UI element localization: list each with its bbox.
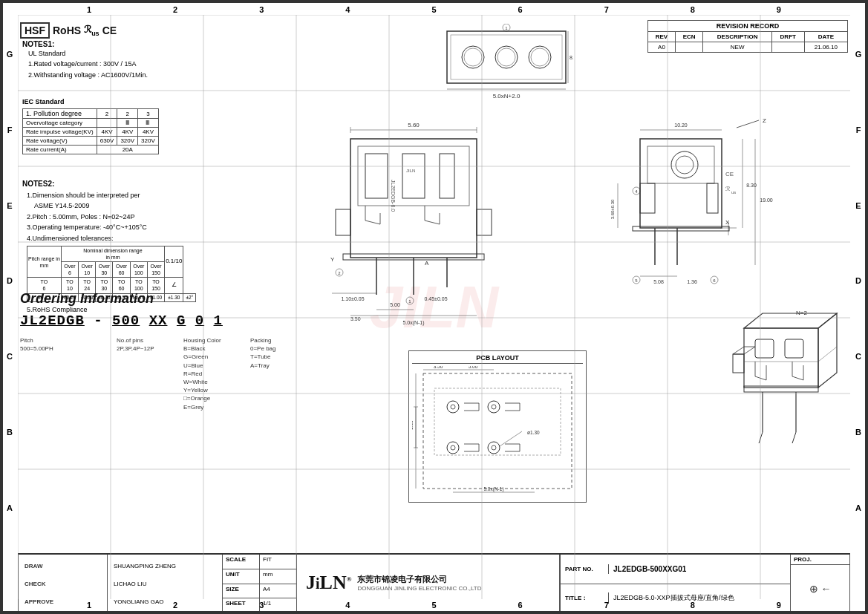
size-value: A4 [260,584,273,598]
notes1-title: NOTES1: [22,40,275,48]
rev-header-drft: DRFT [771,32,804,42]
svg-text:us: us [731,190,736,195]
rev-row1-ecn [675,42,703,53]
svg-text:ø1.30: ø1.30 [527,430,540,435]
front-view-drawing: 5.60 1.10±0.05 1 5.00 0.45±0.05 A 3.50 5… [328,117,499,332]
svg-rect-32 [358,146,469,206]
svg-point-110 [447,401,459,413]
pcb-layout-section: PCB LAYOUT [408,350,587,503]
col-label-5: 5 [391,5,477,14]
ordering-title: Ordering Information [20,291,332,307]
svg-point-115 [451,445,455,450]
svg-point-114 [447,442,459,454]
ordering-code-jl2edgb: JL2EDGB [20,313,85,329]
partno-value: JL2EDGB-500XXG01 [609,564,691,575]
notes1-line2: 2.Withstanding voltage : AC1600V/1Min. [28,70,275,80]
svg-rect-34 [402,154,425,198]
svg-point-19 [462,46,484,68]
svg-text:A: A [425,260,429,267]
company-name-en: DONGGUAN JINLING ELECTRONIC CO.,LTD [357,585,481,592]
notes2-line5: 4.Undimensioned tolerances: [27,233,282,244]
col-label-2: 2 [132,5,218,14]
notes1-line1: 1.Rated voltage/current : 300V / 15A [28,59,275,69]
notes2-line4: 3.Operating temperature: -40°C~+105°C [27,222,282,232]
title-partno-section: PART NO. JL2EDGB-500XXG01 TITLE： JL2EDGB… [560,555,790,613]
title-block: DRAW CHECK APPROVE SHUANGPING ZHENG LICH… [18,553,850,613]
svg-text:5: 5 [635,278,638,283]
svg-rect-40 [336,209,350,235]
approve-name: YONGLIANG GAO [114,598,216,605]
svg-rect-35 [440,154,454,198]
proj-label: PROJ. [791,555,849,565]
ordering-code-0: 0 [195,313,204,329]
svg-rect-67 [707,183,718,213]
ordering-code-display: JL2EDGB - 500 XX G 0 1 [20,313,332,329]
iec-header-2: 2 [97,109,117,119]
svg-point-117 [492,445,496,450]
svg-text:JL2EDGB-6.0: JL2EDGB-6.0 [391,180,396,212]
iec-row2-label: Rate impulse voltage(KV) [23,128,97,137]
iec-row2-v1: 4KV [97,128,117,137]
iec-row3-v2: 320V [117,137,138,146]
svg-text:5.00: 5.00 [469,366,478,369]
side-view-drawing: Z ℛ us CE 4 X 10.20 8.30 [610,117,774,332]
svg-line-102 [759,432,763,443]
row-label-right-B: B [855,428,861,437]
title-draw-section: DRAW CHECK APPROVE [19,555,108,613]
pcb-layout-title: PCB LAYOUT [412,354,583,364]
iec-row3-v1: 630V [97,137,117,146]
svg-text:5.00: 5.00 [390,302,400,307]
svg-text:1.36: 1.36 [412,420,414,430]
sheet-value: 1/1 [260,598,274,613]
svg-rect-100 [744,386,818,392]
top-view-drawing: 5.0xN+2.0 1 8.40 [440,24,573,105]
svg-rect-109 [434,388,561,455]
ordering-labels-row: Pitch500=5.00PH No.of pins2P,3P,4P~12P H… [20,336,332,411]
svg-text:1.36: 1.36 [687,279,697,284]
iec-row1-v1 [97,119,117,128]
svg-text:8.40: 8.40 [570,55,573,60]
title-sheet-row: SHEET 1/1 [223,598,296,613]
iec-row2-v3: 4KV [138,128,159,137]
draw-name: SHUANGPING ZHENG [114,563,216,569]
svg-point-112 [488,401,500,413]
row-label-G: G [7,50,13,59]
svg-text:JILN: JILN [406,169,415,173]
approve-label: APPROVE [25,598,101,605]
notes2-line1: 1.Dimension should be interpreted per [27,190,282,200]
rev-row1-date: 21.06.10 [804,42,847,53]
ordering-code-xx: XX [149,313,168,329]
iec-header-4: 3 [138,109,159,119]
row-label-C: C [7,352,13,361]
notes2-line2: ASME Y14.5-2009 [34,200,282,211]
iec-header-3: 2 [117,109,138,119]
svg-text:Y: Y [330,256,335,263]
ce-logo: CE [102,25,117,36]
company-name-cn: 东莞市锦凌电子有限公司 [357,574,481,585]
col-label-3: 3 [218,5,304,14]
svg-point-111 [451,405,455,409]
rev-header-desc: DESCRIPTION [703,32,771,42]
svg-text:3.50: 3.50 [350,316,361,321]
svg-rect-98 [755,339,774,358]
svg-rect-72 [633,226,729,231]
draw-label: DRAW [25,563,101,569]
title-value: JL2EDGB-5.0-XXP插拔式母座/直角/绿色 [609,592,739,604]
svg-text:5.60: 5.60 [408,122,420,128]
svg-rect-17 [447,31,566,83]
iec-row1-v3: Ⅲ [138,119,159,128]
notes2-title: NOTES2: [22,180,282,188]
svg-text:5.0x(N-1): 5.0x(N-1) [483,486,503,492]
ordering-label-packing: Packing0=Pe bagT=TubeA=Tray [250,336,302,411]
unit-value: mm [260,569,275,584]
notes1-ul: UL Standard 1.Rated voltage/current : 30… [28,48,275,80]
revision-block: REVISION RECORD REV ECN DESCRIPTION DRFT… [647,20,848,53]
svg-text:3.60±0.30: 3.60±0.30 [610,199,615,219]
svg-rect-108 [423,373,572,489]
col-label-1: 1 [46,5,132,14]
row-label-F: F [7,125,13,134]
svg-rect-105 [733,354,744,373]
ordering-label-pins: No.of pins2P,3P,4P~12P [117,336,183,411]
iec-header-label: 1. Pollution degree [23,109,97,119]
svg-text:6: 6 [713,278,716,283]
